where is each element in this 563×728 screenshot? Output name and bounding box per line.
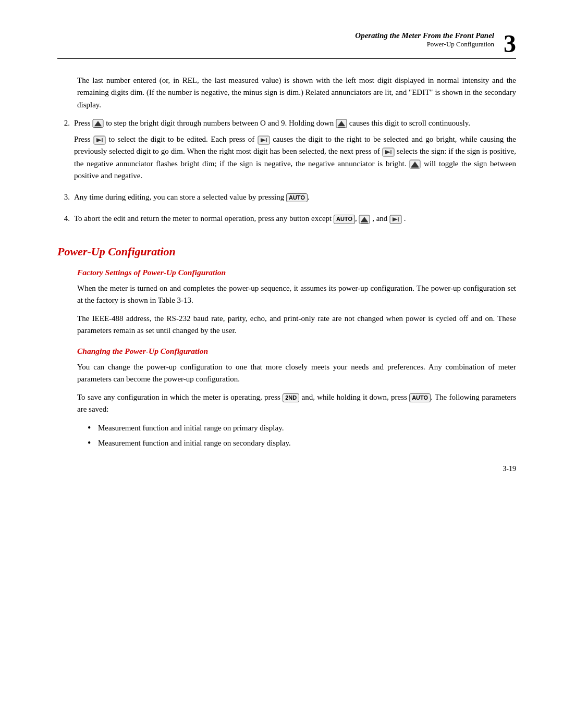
button-up-icon4 [359, 214, 372, 223]
button-up-icon2 [336, 119, 349, 127]
bullet-text-2: Measurement function and initial range o… [98, 437, 291, 449]
header-subtitle: Power-Up Configuration [355, 40, 494, 48]
list-content-3: Any time during editing, you can store a… [74, 191, 516, 207]
2nd-button: 2ND [283, 393, 299, 402]
list-item-3: 3. Any time during editing, you can stor… [57, 191, 516, 207]
list-num-4: 4. [57, 213, 74, 229]
section-heading: Power-Up Configuration [57, 245, 516, 258]
factory-settings-para2: The IEEE-488 address, the RS-232 baud ra… [77, 313, 516, 337]
list-content-4: To abort the edit and return the meter t… [74, 213, 516, 229]
header-title: Operating the Meter From the Front Panel [355, 31, 494, 40]
bullet-list: • Measurement function and initial range… [88, 422, 516, 450]
list-item-2: 2. Press to step the bright digit throug… [57, 117, 516, 186]
intro-paragraph: The last number entered (or, in REL, the… [77, 75, 516, 111]
button-up-icon [92, 119, 106, 127]
auto-button3: AUTO [409, 393, 431, 402]
auto-button: AUTO [286, 193, 308, 202]
header-text: Operating the Meter From the Front Panel… [355, 31, 494, 48]
changing-config-heading: Changing the Power-Up Configuration [77, 347, 516, 356]
changing-config-para2: To save any configuration in which the m… [77, 391, 516, 416]
factory-settings-section: Factory Settings of Power-Up Configurati… [77, 268, 516, 337]
list-para-3: Any time during editing, you can store a… [74, 191, 516, 203]
button-right-icon3 [382, 147, 397, 155]
button-right-icon2 [258, 135, 273, 143]
bullet-item-2: • Measurement function and initial range… [88, 437, 516, 449]
changing-config-section: Changing the Power-Up Configuration You … [77, 347, 516, 450]
chapter-number: 3 [504, 31, 516, 56]
list-para-2a: Press to step the bright digit through n… [74, 117, 516, 129]
list-item-4: 4. To abort the edit and return the mete… [57, 213, 516, 229]
factory-settings-heading: Factory Settings of Power-Up Configurati… [77, 268, 516, 277]
bullet-dot-1: • [88, 422, 98, 434]
page-number: 3-19 [503, 465, 516, 473]
page-header: Operating the Meter From the Front Panel… [57, 31, 516, 59]
page-footer: 3-19 [503, 465, 516, 473]
button-right-icon4 [389, 214, 404, 223]
list-content-2: Press to step the bright digit through n… [74, 117, 516, 186]
button-up-icon3 [409, 159, 424, 168]
list-num-2: 2. [57, 117, 74, 186]
button-right-icon [93, 135, 108, 143]
factory-settings-para1: When the meter is turned on and complete… [77, 282, 516, 307]
bullet-text-1: Measurement function and initial range o… [98, 422, 284, 434]
bullet-item-1: • Measurement function and initial range… [88, 422, 516, 434]
list-num-3: 3. [57, 191, 74, 207]
bullet-dot-2: • [88, 437, 98, 449]
list-para-2b: Press to select the digit to be edited. … [74, 133, 516, 182]
auto-button2: AUTO [334, 215, 355, 224]
changing-config-para1: You can change the power-up configuratio… [77, 361, 516, 386]
list-para-4: To abort the edit and return the meter t… [74, 213, 516, 225]
